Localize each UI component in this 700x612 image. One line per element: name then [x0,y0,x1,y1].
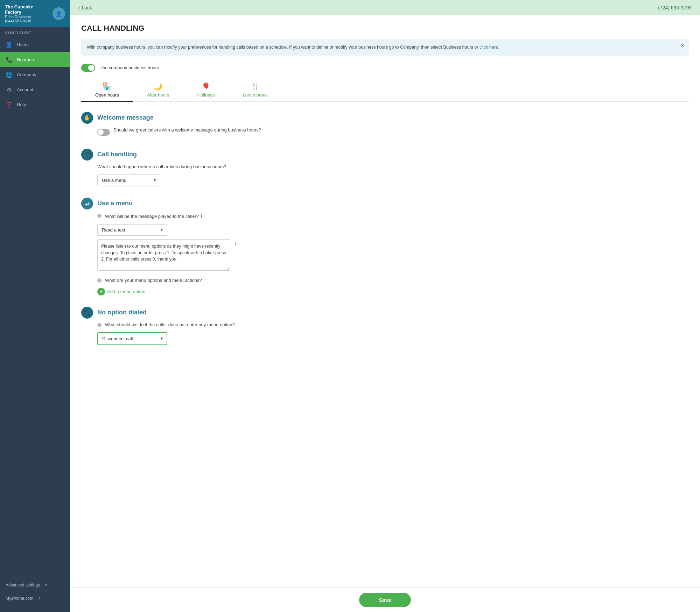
configure-label: CONFIGURE [0,27,70,37]
textarea-info-icon: ℹ [235,241,237,246]
menu-options-question: What are your menu options and menu acti… [105,278,202,283]
call-handling-desc: What should happen when a call arrives d… [97,164,689,169]
no-option-dropdown-wrap: Disconnect call Forward to extension Voi… [97,332,167,345]
account-icon: ⚙ [6,86,13,93]
textarea-wrap: ℹ [97,239,230,272]
open-hours-icon: 🏪 [103,82,111,91]
no-option-section: 📞 No option dialed What should we do if … [81,307,689,345]
topbar-phone-number: (724) 690-3799 [658,5,692,10]
welcome-icon: ✋ [81,112,93,124]
read-text-dropdown-wrap: Read a text Upload audio Text to speech … [97,224,167,236]
help-icon: ❓ [6,101,13,108]
add-option-label: Add a menu option [107,289,145,294]
call-handling-icon: 🎧 [81,149,93,161]
menu-message-textarea[interactable] [97,239,230,271]
avatar: 👤 [52,7,65,20]
back-label: back [82,5,92,10]
external-link-icon: ↗ [44,583,47,588]
user-phone: (844) 587-8638 [5,19,49,23]
banner-link[interactable]: click here. [479,45,499,50]
business-hours-toggle-row: Use company business hours [81,64,689,72]
call-handling-section: 🎧 Call handling What should happen when … [81,149,689,186]
welcome-description: Should we greet callers with a welcome m… [113,127,261,133]
bullet-dot-2 [97,278,102,283]
save-bar: Save [70,588,700,612]
sidebar-label-account: Account [17,87,33,92]
add-menu-option-button[interactable]: + Add a menu option [97,288,145,296]
read-text-row: Read a text Upload audio Text to speech … [97,224,689,236]
tab-holidays[interactable]: 🎈 Holidays [183,79,229,102]
welcome-toggle[interactable] [97,129,110,136]
message-question-text: What will be the message played to the c… [105,214,199,219]
advanced-settings-label: Advanced settings [6,583,40,588]
add-circle-icon: + [97,288,105,296]
holidays-icon: 🎈 [202,82,210,91]
menu-options-bullet: What are your menu options and menu acti… [97,278,689,283]
after-hours-icon: 🌙 [154,82,162,91]
tab-after-hours[interactable]: 🌙 After hours [133,79,183,102]
sidebar-item-company[interactable]: 🌐 Company [0,67,70,82]
menu-section-title: Use a menu [97,200,133,207]
tabs: 🏪 Open hours 🌙 After hours 🎈 Holidays 🍴 … [81,79,689,102]
company-name: The Cupcake Factory [5,4,49,15]
sidebar: The Cupcake Factory Erica Robinson (844)… [0,0,70,612]
sidebar-item-advanced[interactable]: Advanced settings ↗ [0,578,70,592]
business-hours-label: Use company business hours [99,65,159,70]
close-icon[interactable]: ✕ [680,43,685,48]
bullet-dot-1 [97,214,102,218]
no-option-question-bullet: What should we do if the caller does not… [97,322,689,327]
save-button[interactable]: Save [359,593,411,607]
tab-lunch-break-label: Lunch break [243,92,268,98]
myphone-label: My.Phone.com [6,596,33,601]
sidebar-item-myphone[interactable]: My.Phone.com ↗ [0,592,70,605]
use-a-menu-section: ⇄ Use a menu What will be the message pl… [81,198,689,296]
users-icon: 👤 [6,41,13,48]
call-handling-dropdown[interactable]: Use a menu Forward to extension Voicemai… [97,174,160,186]
info-banner: With company business hours, you can mod… [81,39,689,56]
company-icon: 🌐 [6,71,13,78]
numbers-icon: 📞 [6,56,13,63]
back-button[interactable]: ‹ back [78,5,92,10]
sidebar-label-numbers: Numbers [17,57,35,62]
sidebar-item-account[interactable]: ⚙ Account [0,82,70,97]
sidebar-nav: 👤 Users 📞 Numbers 🌐 Company ⚙ Account ❓ … [0,37,70,575]
welcome-message-section: ✋ Welcome message Should we greet caller… [81,112,689,137]
tab-open-hours-label: Open hours [95,92,119,98]
sidebar-label-users: Users [17,42,29,47]
no-option-question: What should we do if the caller does not… [105,322,235,327]
sidebar-label-help: Help [17,102,26,107]
tab-lunch-break[interactable]: 🍴 Lunch break [229,79,282,102]
main-content: ‹ back (724) 690-3799 CALL HANDLING With… [70,0,700,612]
sidebar-label-company: Company [17,72,36,77]
sidebar-item-users[interactable]: 👤 Users [0,37,70,52]
no-option-icon: 📞 [81,307,93,319]
page-title: CALL HANDLING [81,24,689,33]
call-handling-title: Call handling [97,151,137,158]
content-area: CALL HANDLING With company business hour… [70,15,700,612]
business-hours-toggle[interactable] [81,64,95,72]
lunch-break-icon: 🍴 [251,82,260,91]
sidebar-header: The Cupcake Factory Erica Robinson (844)… [0,0,70,27]
sidebar-footer: Advanced settings ↗ My.Phone.com ↗ [0,575,70,612]
no-option-title: No option dialed [97,309,147,316]
topbar: ‹ back (724) 690-3799 [70,0,700,15]
user-name: Erica Robinson [5,15,49,19]
external-link-icon-2: ↗ [37,596,41,601]
welcome-title: Welcome message [97,114,154,121]
tab-holidays-label: Holidays [197,92,215,98]
bullet-dot-3 [97,323,102,327]
no-option-dropdown[interactable]: Disconnect call Forward to extension Voi… [97,332,167,345]
sidebar-item-numbers[interactable]: 📞 Numbers [0,52,70,67]
read-text-dropdown[interactable]: Read a text Upload audio Text to speech [97,224,167,236]
message-question-bullet: What will be the message played to the c… [97,213,689,219]
call-handling-dropdown-wrap: Use a menu Forward to extension Voicemai… [97,174,160,186]
tab-after-hours-label: After hours [147,92,169,98]
banner-text: With company business hours, you can mod… [87,45,478,50]
menu-icon: ⇄ [81,198,93,209]
sidebar-item-help[interactable]: ❓ Help [0,97,70,112]
back-chevron-icon: ‹ [78,5,80,10]
tab-open-hours[interactable]: 🏪 Open hours [81,79,133,102]
message-info-icon: ℹ [201,213,202,219]
